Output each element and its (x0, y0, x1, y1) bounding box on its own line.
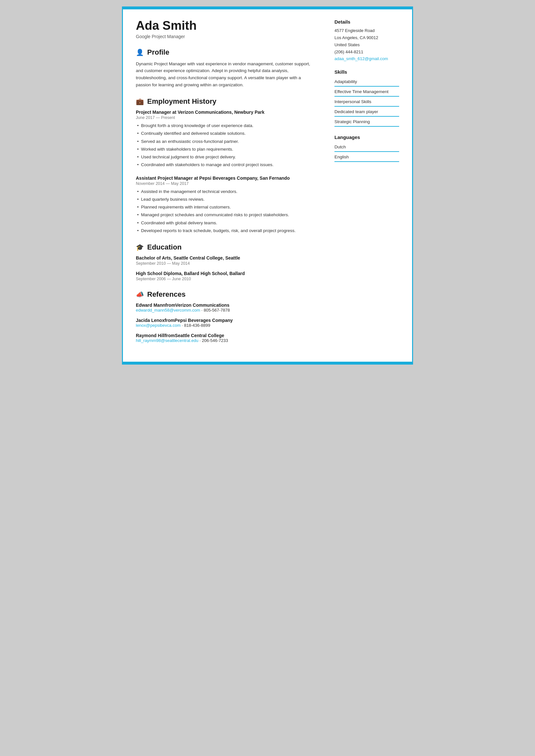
list-item: Assisted in the management of technical … (136, 188, 315, 195)
ref-entry-1: Edward MannfromVerizon Communications ed… (136, 303, 315, 312)
ref-entry-2: Jacida LenoxfromPepsi Beverages Company … (136, 318, 315, 328)
education-section: 🎓 Education Bachelor of Arts, Seattle Ce… (136, 243, 315, 281)
skill-item-5: Strategic Planning (334, 117, 399, 127)
job-1-title: Project Manager at Verizon Communication… (136, 110, 315, 115)
list-item: Worked with stakeholders to plan require… (136, 146, 315, 152)
list-item: Developed reports to track schedule, bud… (136, 228, 315, 234)
profile-section: 👤 Profile Dynamic Project Manager with v… (136, 48, 315, 88)
job-1-dates: June 2017 — Present (136, 115, 315, 120)
lang-item-2: English (334, 152, 399, 162)
ref-1-contact: edwardd_mann58@vercomm.com · 805-567-787… (136, 308, 315, 312)
references-icon: 📣 (136, 290, 144, 298)
employment-title: Employment History (147, 97, 216, 106)
details-address2: Los Angeles, CA 90012 (334, 34, 399, 41)
name-section: Ada Smith Google Project Manager (136, 19, 315, 39)
skills-list: Adaptability Effective Time Management I… (334, 77, 399, 127)
ref-2-email[interactable]: lenox@pepsibevca.com (136, 323, 181, 328)
ref-3-separator: · (200, 338, 202, 343)
ref-entry-3: Raymond HillfromSeattle Central College … (136, 333, 315, 343)
employment-icon: 💼 (136, 97, 144, 105)
skills-heading: Skills (334, 69, 399, 75)
job-entry-1: Project Manager at Verizon Communication… (136, 110, 315, 168)
ref-3-name: Raymond HillfromSeattle Central College (136, 333, 315, 338)
list-item: Coordinated with stakeholders to manage … (136, 162, 315, 168)
education-icon: 🎓 (136, 243, 144, 251)
list-item: Lead quarterly business reviews. (136, 196, 315, 202)
left-column: Ada Smith Google Project Manager 👤 Profi… (136, 19, 328, 352)
ref-3-contact: hill_raymm98@seattlecentral.edu · 206-54… (136, 338, 315, 343)
ref-3-email[interactable]: hill_raymm98@seattlecentral.edu (136, 338, 198, 343)
profile-text: Dynamic Project Manager with vast experi… (136, 61, 315, 88)
candidate-job-title: Google Project Manager (136, 34, 315, 39)
skill-item-4: Dedicated team player (334, 107, 399, 117)
ref-2-phone: 818-436-8899 (184, 323, 210, 328)
edu-entry-2: High School Diploma, Ballard High School… (136, 271, 315, 281)
skills-section: Skills Adaptability Effective Time Manag… (334, 69, 399, 127)
list-item: Served as an enthusiastic cross-function… (136, 138, 315, 145)
references-title: References (147, 290, 186, 299)
references-header: 📣 References (136, 290, 315, 299)
ref-2-contact: lenox@pepsibevca.com · 818-436-8899 (136, 323, 315, 328)
edu-1-title: Bachelor of Arts, Seattle Central Colleg… (136, 255, 315, 260)
job-1-bullets: Brought forth a strong knowledge of user… (136, 122, 315, 168)
right-column: Details 4577 Engleside Road Los Angeles,… (328, 19, 399, 352)
ref-1-separator: · (202, 308, 204, 312)
resume-page: Ada Smith Google Project Manager 👤 Profi… (122, 7, 413, 364)
ref-1-email[interactable]: edwardd_mann58@vercomm.com (136, 308, 200, 312)
edu-1-dates: September 2010 — May 2014 (136, 261, 315, 266)
references-section: 📣 References Edward MannfromVerizon Comm… (136, 290, 315, 343)
list-item: Managed project schedules and communicat… (136, 212, 315, 218)
edu-2-dates: September 2006 — June 2010 (136, 277, 315, 281)
list-item: Continually identified and delivered sca… (136, 130, 315, 137)
resume-content: Ada Smith Google Project Manager 👤 Profi… (123, 9, 412, 362)
ref-3-phone: 206-546-7233 (202, 338, 228, 343)
skill-item-2: Effective Time Management (334, 87, 399, 97)
job-2-title: Assistant Project Manager at Pepsi Bever… (136, 176, 315, 181)
ref-1-phone: 805-567-7878 (204, 308, 230, 312)
education-title: Education (147, 243, 182, 252)
details-section: Details 4577 Engleside Road Los Angeles,… (334, 19, 399, 62)
details-phone: (206) 444-8211 (334, 48, 399, 56)
details-address3: United States (334, 41, 399, 48)
list-item: Coordinated with global delivery teams. (136, 220, 315, 226)
list-item: Brought forth a strong knowledge of user… (136, 122, 315, 129)
languages-list: Dutch English (334, 143, 399, 162)
skill-item-3: Interpersonal Skills (334, 97, 399, 107)
edu-entry-1: Bachelor of Arts, Seattle Central Colleg… (136, 255, 315, 266)
details-heading: Details (334, 19, 399, 25)
education-header: 🎓 Education (136, 243, 315, 252)
languages-heading: Languages (334, 134, 399, 140)
bottom-border-bar (123, 362, 412, 364)
profile-icon: 👤 (136, 48, 144, 56)
lang-item-1: Dutch (334, 143, 399, 152)
ref-1-name: Edward MannfromVerizon Communications (136, 303, 315, 308)
details-email[interactable]: adaa_smth_612@gmail.com (334, 56, 388, 61)
job-2-dates: November 2014 — May 2017 (136, 181, 315, 186)
list-item: Used technical judgment to drive project… (136, 154, 315, 160)
ref-2-separator: · (182, 323, 184, 328)
profile-header: 👤 Profile (136, 48, 315, 57)
details-address1: 4577 Engleside Road (334, 27, 399, 34)
list-item: Planned requirements with internal custo… (136, 204, 315, 210)
candidate-name: Ada Smith (136, 19, 315, 33)
languages-section: Languages Dutch English (334, 134, 399, 162)
profile-title: Profile (147, 48, 169, 57)
job-2-bullets: Assisted in the management of technical … (136, 188, 315, 234)
employment-section: 💼 Employment History Project Manager at … (136, 97, 315, 234)
employment-header: 💼 Employment History (136, 97, 315, 106)
edu-2-title: High School Diploma, Ballard High School… (136, 271, 315, 276)
skill-item-1: Adaptability (334, 77, 399, 87)
ref-2-name: Jacida LenoxfromPepsi Beverages Company (136, 318, 315, 323)
job-entry-2: Assistant Project Manager at Pepsi Bever… (136, 176, 315, 234)
